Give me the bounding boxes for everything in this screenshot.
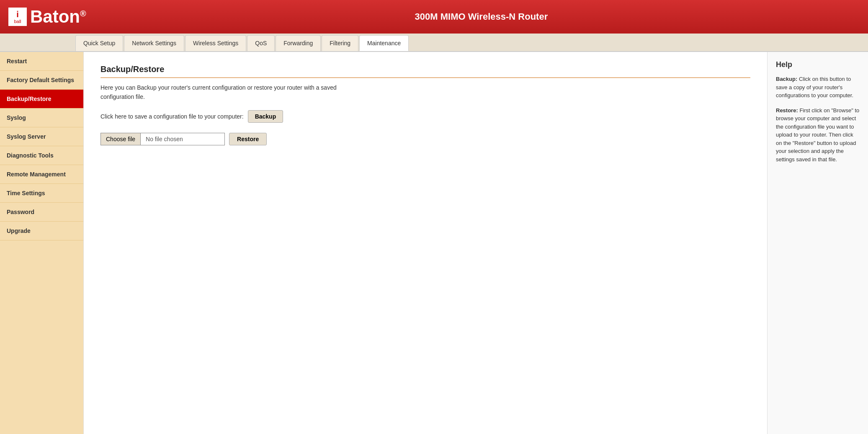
tab-wireless-settings[interactable]: Wireless Settings bbox=[185, 35, 246, 51]
content-title: Backup/Restore bbox=[100, 65, 750, 78]
restore-button[interactable]: Restore bbox=[229, 133, 267, 145]
brand-name: Baton® bbox=[30, 7, 86, 27]
help-backup-label: Backup: bbox=[776, 76, 797, 82]
tab-network-settings[interactable]: Network Settings bbox=[124, 35, 184, 51]
tab-forwarding[interactable]: Forwarding bbox=[276, 35, 321, 51]
tab-maintenance[interactable]: Maintenance bbox=[359, 35, 409, 51]
help-restore-text: First click on "Browse" to browse your c… bbox=[776, 107, 859, 163]
choose-file-button[interactable]: Choose file bbox=[101, 133, 141, 145]
logo-icon-top: i bbox=[16, 10, 19, 19]
help-restore-section: Restore: First click on "Browse" to brow… bbox=[776, 106, 860, 164]
logo-icon-bottom: ball bbox=[14, 19, 21, 24]
sidebar: Restart Factory Default Settings Backup/… bbox=[0, 52, 84, 434]
sidebar-item-time-settings[interactable]: Time Settings bbox=[0, 184, 83, 203]
file-input-wrapper: Choose file No file chosen bbox=[100, 133, 225, 145]
header: i ball Baton® 300M MIMO Wireless-N Route… bbox=[0, 0, 868, 34]
sidebar-item-syslog[interactable]: Syslog bbox=[0, 108, 83, 127]
tab-quick-setup[interactable]: Quick Setup bbox=[75, 35, 123, 51]
help-title: Help bbox=[776, 60, 860, 69]
restore-row: Choose file No file chosen Restore bbox=[100, 133, 750, 145]
content-description: Here you can Backup your router's curren… bbox=[100, 83, 750, 102]
sidebar-item-upgrade[interactable]: Upgrade bbox=[0, 222, 83, 240]
main-layout: Restart Factory Default Settings Backup/… bbox=[0, 52, 868, 434]
sidebar-item-diagnostic-tools[interactable]: Diagnostic Tools bbox=[0, 146, 83, 165]
help-backup-section: Backup: Click on this button to save a c… bbox=[776, 75, 860, 100]
page-title: 300M MIMO Wireless-N Router bbox=[103, 11, 860, 22]
backup-row: Click here to save a configuration file … bbox=[100, 110, 750, 123]
sidebar-item-syslog-server[interactable]: Syslog Server bbox=[0, 127, 83, 146]
backup-button[interactable]: Backup bbox=[248, 110, 283, 123]
sidebar-item-remote-management[interactable]: Remote Management bbox=[0, 165, 83, 184]
tab-qos[interactable]: QoS bbox=[247, 35, 275, 51]
help-restore-label: Restore: bbox=[776, 107, 798, 114]
nav-bar: Quick Setup Network Settings Wireless Se… bbox=[0, 34, 868, 52]
sidebar-item-backup-restore[interactable]: Backup/Restore bbox=[0, 90, 83, 108]
tab-filtering[interactable]: Filtering bbox=[322, 35, 358, 51]
sidebar-item-factory-default[interactable]: Factory Default Settings bbox=[0, 71, 83, 90]
sidebar-item-restart[interactable]: Restart bbox=[0, 52, 83, 71]
content-area: Backup/Restore Here you can Backup your … bbox=[84, 52, 768, 434]
sidebar-item-password[interactable]: Password bbox=[0, 203, 83, 222]
help-panel: Help Backup: Click on this button to sav… bbox=[768, 52, 868, 434]
file-name-display: No file chosen bbox=[141, 133, 224, 145]
logo-icon: i ball bbox=[8, 8, 27, 26]
backup-label: Click here to save a configuration file … bbox=[100, 113, 244, 120]
logo-area: i ball Baton® bbox=[8, 7, 86, 27]
